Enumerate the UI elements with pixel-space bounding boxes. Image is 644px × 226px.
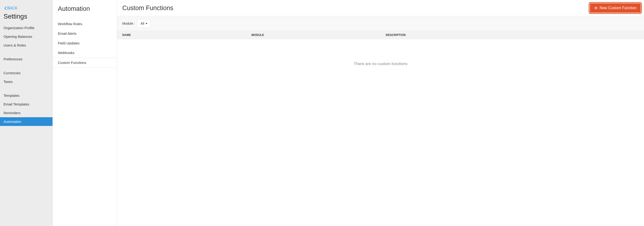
module-filter-select[interactable]: All [137, 19, 151, 28]
settings-item-automation[interactable]: Automation [0, 117, 52, 126]
settings-item-organization-profile[interactable]: Organization Profile [0, 24, 52, 32]
plus-icon [594, 6, 598, 10]
submenu-sidebar: Automation Workflow RulesEmail AlertsFie… [53, 0, 117, 226]
module-filter-label: Module : [122, 22, 135, 25]
submenu-item-webhooks[interactable]: Webhooks [53, 48, 117, 58]
content-header: Custom Functions New Custom Function [117, 0, 644, 16]
settings-item-taxes[interactable]: Taxes [0, 77, 52, 86]
settings-item-users-roles[interactable]: Users & Roles [0, 41, 52, 50]
submenu-item-email-alerts[interactable]: Email Alerts [53, 29, 117, 38]
content-area: Custom Functions New Custom Function Mod… [117, 0, 644, 226]
empty-message: There are no custom functions [354, 62, 408, 66]
settings-item-email-templates[interactable]: Email Templates [0, 100, 52, 108]
caret-down-icon [146, 23, 148, 24]
submenu-item-workflow-rules[interactable]: Workflow Rules [53, 19, 117, 29]
back-link[interactable]: BACK [0, 5, 52, 13]
back-label: BACK [7, 6, 18, 10]
settings-item-templates[interactable]: Templates [0, 91, 52, 100]
submenu-title: Automation [53, 0, 117, 19]
submenu-item-field-updates[interactable]: Field Updates [53, 38, 117, 48]
new-custom-function-button[interactable]: New Custom Function [590, 3, 641, 13]
settings-item-opening-balances[interactable]: Opening Balances [0, 32, 52, 41]
filter-row: Module : All [117, 16, 644, 31]
empty-state: There are no custom functions [117, 39, 644, 66]
column-header-name: NAME [122, 33, 252, 37]
settings-item-preferences[interactable]: Preferences [0, 55, 52, 63]
submenu-item-custom-functions[interactable]: Custom Functions [53, 58, 117, 68]
page-title: Custom Functions [122, 5, 174, 12]
module-filter-value: All [140, 22, 144, 25]
chevron-left-icon [4, 6, 7, 10]
settings-title: Settings [0, 13, 52, 24]
table-header: NAME MODULE DESCRIPTION [117, 31, 644, 39]
settings-item-reminders[interactable]: Reminders [0, 108, 52, 117]
settings-sidebar: BACK Settings Organization ProfileOpenin… [0, 0, 53, 226]
new-button-label: New Custom Function [600, 6, 636, 10]
column-header-description: DESCRIPTION [386, 33, 639, 37]
app-container: BACK Settings Organization ProfileOpenin… [0, 0, 644, 226]
column-header-module: MODULE [252, 33, 386, 37]
settings-item-currencies[interactable]: Currencies [0, 69, 52, 77]
